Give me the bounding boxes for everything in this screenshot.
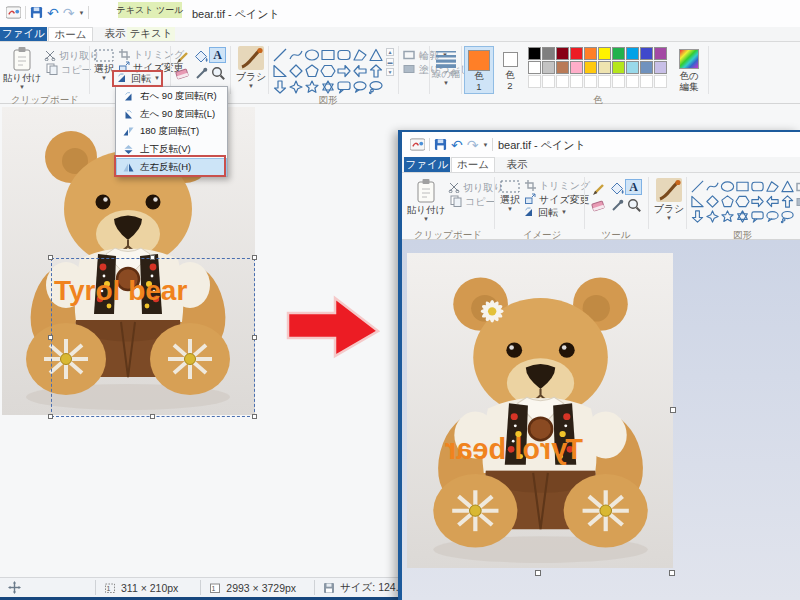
magnifier-tool[interactable]: [209, 65, 226, 81]
brush-button[interactable]: ブラシ ▼: [652, 178, 686, 221]
selection-handle[interactable]: [150, 255, 155, 260]
line-width-button[interactable]: 線の幅 ▼: [432, 50, 460, 86]
shapes-grid[interactable]: [272, 47, 384, 95]
palette-color[interactable]: [542, 61, 555, 74]
palette-color-empty[interactable]: [556, 75, 569, 88]
palette-color[interactable]: [598, 61, 611, 74]
palette-color[interactable]: [598, 47, 611, 60]
eyedropper-icon: [194, 66, 208, 80]
scroll-down-icon[interactable]: ▼: [386, 68, 394, 76]
save-button[interactable]: [434, 138, 447, 151]
tab-text[interactable]: テキスト: [127, 27, 175, 41]
pencil-tool[interactable]: [589, 180, 606, 196]
palette-color-empty[interactable]: [584, 75, 597, 88]
palette-color[interactable]: [654, 47, 667, 60]
rotate-button[interactable]: 回転 ▼: [522, 206, 567, 218]
scroll-up-icon[interactable]: ▲: [386, 48, 394, 56]
selection-handle[interactable]: [252, 255, 257, 260]
magnifier-tool[interactable]: [625, 197, 642, 213]
palette-color-empty[interactable]: [570, 75, 583, 88]
color1-button[interactable]: 色 1: [464, 46, 494, 94]
selection-handle[interactable]: [150, 414, 155, 419]
selection-handle[interactable]: [48, 335, 53, 340]
palette-color-empty[interactable]: [626, 75, 639, 88]
redo-button[interactable]: ↷: [63, 6, 75, 20]
selection-handle[interactable]: [48, 255, 53, 260]
menu-item-flip-horizontal[interactable]: 左右反転(H): [116, 158, 227, 176]
selection-handle[interactable]: [670, 407, 676, 413]
menu-item-rotate-right-90[interactable]: 右へ 90 度回転(R): [116, 88, 227, 106]
palette-color[interactable]: [528, 47, 541, 60]
scroll-mid-icon[interactable]: ▬: [386, 58, 394, 66]
pencil-tool[interactable]: [173, 48, 190, 64]
copy-button[interactable]: コピー: [450, 195, 495, 207]
tab-row: ファイル ホーム 表示: [402, 157, 800, 173]
color-picker-tool[interactable]: [192, 65, 209, 81]
selection-handle[interactable]: [48, 414, 53, 419]
palette-color-empty[interactable]: [542, 75, 555, 88]
text-tool[interactable]: A: [625, 179, 642, 195]
redo-button[interactable]: ↷: [467, 138, 479, 152]
brush-button[interactable]: ブラシ ▼: [234, 46, 268, 89]
bear-photo-flipped[interactable]: Tyrol bear: [407, 253, 673, 568]
selection-handle[interactable]: [252, 414, 257, 419]
palette-color[interactable]: [556, 47, 569, 60]
shapes-grid[interactable]: [690, 179, 795, 224]
palette-color[interactable]: [654, 61, 667, 74]
selection-handle[interactable]: [669, 570, 675, 576]
color2-button[interactable]: 色 2: [497, 46, 523, 94]
resize-button[interactable]: サイズ変更: [524, 193, 590, 205]
palette-color-empty[interactable]: [612, 75, 625, 88]
palette-color[interactable]: [584, 61, 597, 74]
shapes-scrollbar[interactable]: ▲▬▼: [386, 48, 394, 76]
paste-button[interactable]: 貼り付け ▼: [407, 178, 445, 222]
rotate-button[interactable]: 回転 ▼: [115, 72, 160, 84]
cut-button[interactable]: 切り取り: [448, 181, 503, 193]
palette-color-empty[interactable]: [598, 75, 611, 88]
paste-button[interactable]: 貼り付け ▼: [3, 46, 41, 90]
copy-button[interactable]: コピー: [46, 63, 91, 75]
tab-file[interactable]: ファイル: [404, 157, 450, 172]
palette-color[interactable]: [626, 47, 639, 60]
save-button[interactable]: [30, 6, 43, 19]
palette-color[interactable]: [612, 61, 625, 74]
palette-color-empty[interactable]: [654, 75, 667, 88]
menu-item-flip-vertical[interactable]: 上下反転(V): [116, 141, 227, 159]
palette-color-empty[interactable]: [528, 75, 541, 88]
palette-color[interactable]: [640, 61, 653, 74]
text-tool[interactable]: A: [209, 47, 226, 63]
eraser-tool[interactable]: [589, 197, 606, 213]
crop-button[interactable]: トリミング: [524, 179, 590, 191]
qat-dropdown-icon[interactable]: ▼: [78, 10, 84, 16]
selection-rectangle[interactable]: [51, 258, 255, 417]
palette-color[interactable]: [626, 61, 639, 74]
edit-colors-button[interactable]: 色の 編集: [673, 46, 705, 93]
fill-tool[interactable]: [192, 48, 209, 64]
palette-color[interactable]: [570, 47, 583, 60]
palette-color[interactable]: [640, 47, 653, 60]
tab-home[interactable]: ホーム: [451, 157, 495, 172]
palette-color[interactable]: [556, 61, 569, 74]
color-picker-tool[interactable]: [608, 197, 625, 213]
qat-dropdown-icon[interactable]: ▼: [482, 142, 488, 148]
selection-handle[interactable]: [535, 570, 541, 576]
select-button[interactable]: 選択 ▼: [91, 49, 117, 81]
tab-home[interactable]: ホーム: [48, 27, 93, 41]
menu-item-rotate-180[interactable]: 180 度回転(T): [116, 123, 227, 141]
selection-handle[interactable]: [252, 335, 257, 340]
canvas-area[interactable]: Tyrol bear: [402, 240, 800, 600]
palette-color[interactable]: [528, 61, 541, 74]
menu-item-rotate-left-90[interactable]: 左へ 90 度回転(L): [116, 106, 227, 124]
undo-button[interactable]: ↶: [47, 6, 59, 20]
fill-tool[interactable]: [608, 180, 625, 196]
palette-color[interactable]: [584, 47, 597, 60]
select-button[interactable]: 選択 ▼: [497, 180, 523, 212]
tab-view[interactable]: 表示: [498, 157, 536, 172]
tab-file[interactable]: ファイル: [0, 27, 47, 41]
eraser-tool[interactable]: [173, 65, 190, 81]
palette-color[interactable]: [570, 61, 583, 74]
palette-color[interactable]: [612, 47, 625, 60]
undo-button[interactable]: ↶: [451, 138, 463, 152]
palette-color[interactable]: [542, 47, 555, 60]
palette-color-empty[interactable]: [640, 75, 653, 88]
